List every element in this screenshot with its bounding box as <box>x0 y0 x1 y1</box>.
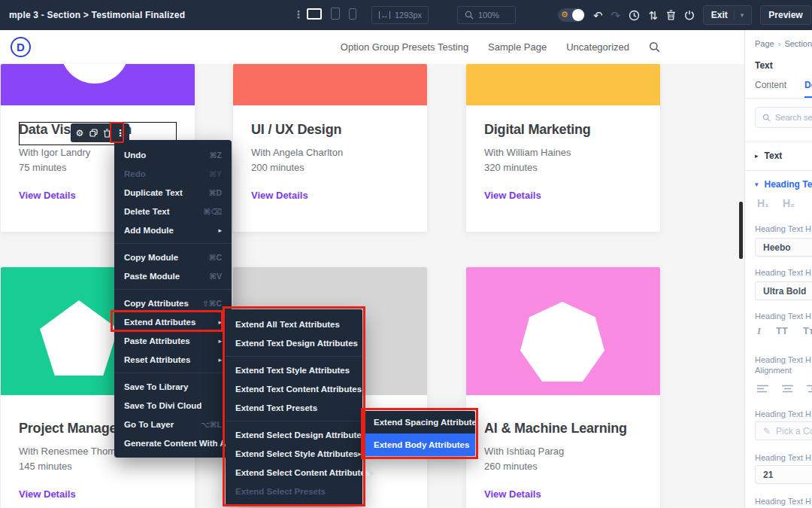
uppercase-button[interactable]: TT <box>776 325 788 337</box>
align-right-button[interactable] <box>807 382 812 396</box>
divi-logo: D <box>11 37 31 57</box>
field-label: Heading Text H <box>755 453 811 462</box>
submenu-item-extend-text-style[interactable]: Extend Text Style Attributes <box>226 360 362 379</box>
view-details-link[interactable]: View Details <box>19 488 76 500</box>
tablet-view-icon[interactable] <box>331 8 340 20</box>
settings-gear-icon: ⚙ <box>561 10 568 20</box>
submenu-arrow-icon: ▸ <box>218 318 222 326</box>
submenu-item-extend-select-style[interactable]: Extend Select Style Attributes▸ <box>226 444 362 463</box>
card-image-yellow <box>466 64 660 105</box>
view-details-link[interactable]: View Details <box>19 190 76 201</box>
breadcrumb-section[interactable]: Section <box>784 39 812 48</box>
card-duration: 320 minutes <box>484 162 642 173</box>
color-picker-input[interactable] <box>776 426 812 437</box>
text-size-field[interactable] <box>755 465 812 484</box>
menu-item-go-to-layer[interactable]: Go To Layer⌥⌘L <box>114 415 232 433</box>
course-card-ui-ux: UI / UX Design With Angela Charlton 200 … <box>233 64 427 232</box>
submenu-item-extend-text-design[interactable]: Extend Text Design Attributes <box>226 333 362 352</box>
card-title[interactable]: Digital Marketing <box>484 122 642 138</box>
section-toggle-text[interactable]: ▸ Text <box>755 151 782 161</box>
italic-button[interactable]: I <box>757 325 761 337</box>
text-color-picker[interactable]: ✎ <box>755 421 812 440</box>
module-settings-gear-icon[interactable]: ⚙ <box>73 123 86 142</box>
history-icon[interactable] <box>629 10 640 21</box>
breadcrumb-sep-icon: › <box>778 39 781 48</box>
canvas-zoom-field[interactable]: 100% <box>457 6 516 24</box>
tab-content[interactable]: Content <box>755 80 786 98</box>
card-title[interactable]: AI & Machine Learning <box>484 421 642 437</box>
menu-item-save-to-library[interactable]: Save To Library <box>114 377 232 396</box>
nav-link-option-group[interactable]: Option Group Presets Testing <box>341 41 468 53</box>
h1-tab[interactable]: H₁ <box>757 197 769 209</box>
card-image-coral <box>233 64 427 105</box>
menu-item-copy-attributes[interactable]: Copy Attributes⇧⌘C <box>114 294 232 312</box>
breadcrumb-page[interactable]: Page <box>755 39 774 48</box>
nav-link-uncategorized[interactable]: Uncategorized <box>566 41 629 53</box>
menu-item-paste-attributes[interactable]: Paste Attributes▸ <box>114 331 232 350</box>
font-weight-select[interactable]: Ultra Bold <box>755 281 812 300</box>
align-left-button[interactable] <box>757 382 768 396</box>
view-details-link[interactable]: View Details <box>251 190 308 201</box>
menu-item-reset-attributes[interactable]: Reset Attributes▸ <box>114 350 232 369</box>
menu-item-undo[interactable]: Undo⌘Z <box>114 145 232 164</box>
divider <box>745 141 812 142</box>
nav-link-sample-page[interactable]: Sample Page <box>488 41 547 53</box>
builder-settings-toggle[interactable]: ⚙ <box>558 8 585 22</box>
menu-item-add-module[interactable]: Add Module▸ <box>114 221 232 239</box>
toolbar-kebab-icon[interactable]: ⋮ <box>293 8 304 20</box>
section-toggle-heading-text[interactable]: ▾ Heading Text <box>755 179 812 190</box>
submenu-item-extend-select-design[interactable]: Extend Select Design Attributes▸ <box>226 425 362 444</box>
module-trash-icon[interactable] <box>100 123 114 142</box>
layers-sort-icon[interactable]: ⇅ <box>648 10 658 21</box>
canvas-width-field[interactable]: ↔ 1293px <box>371 6 429 24</box>
phone-view-icon[interactable] <box>349 8 356 20</box>
menu-item-duplicate-text[interactable]: Duplicate Text⌘D <box>114 183 232 202</box>
menu-item-extend-attributes[interactable]: Extend Attributes▸ <box>114 312 232 331</box>
breadcrumb: mple 3 - Section > Testimonial Finalized <box>9 10 185 20</box>
tab-design[interactable]: Design <box>804 80 812 98</box>
card-image-pink <box>466 267 660 395</box>
font-select[interactable]: Heebo <box>755 238 812 257</box>
toggle-knob <box>572 9 584 21</box>
smallcaps-button[interactable]: Tᴛ <box>803 325 812 337</box>
menu-item-delete-text[interactable]: Delete Text⌘⌫ <box>114 202 232 221</box>
menu-item-copy-module[interactable]: Copy Module⌘C <box>114 248 232 266</box>
nav-search-icon[interactable] <box>649 41 660 53</box>
menu-item-save-to-divi-cloud[interactable]: Save To Divi Cloud <box>114 396 232 415</box>
trash-icon[interactable] <box>666 10 676 20</box>
sidebar-breadcrumb: Page › Section › <box>755 39 812 48</box>
field-label: Heading Text H <box>755 409 811 418</box>
card-duration: 200 minutes <box>251 162 409 173</box>
submenu-arrow-icon: ▸ <box>370 469 374 476</box>
module-duplicate-icon[interactable] <box>86 123 100 142</box>
settings-search-input[interactable] <box>775 113 812 122</box>
submenu-item-extend-text-presets[interactable]: Extend Text Presets <box>226 398 362 417</box>
desktop-view-icon[interactable] <box>307 8 322 20</box>
align-center-button[interactable] <box>782 382 793 396</box>
undo-icon[interactable]: ↶ <box>593 10 603 21</box>
menu-divider <box>114 373 232 373</box>
submenu-item-extend-spacing[interactable]: Extend Spacing Attributes <box>364 411 475 433</box>
settings-search[interactable] <box>755 107 812 128</box>
canvas-scrollbar[interactable] <box>739 202 743 259</box>
submenu-item-extend-select-content[interactable]: Extend Select Content Attributes▸ <box>226 463 362 482</box>
card-image-purple <box>1 64 195 105</box>
view-details-link[interactable]: View Details <box>484 488 541 500</box>
card-instructor: With William Haines <box>484 147 642 158</box>
view-details-link[interactable]: View Details <box>484 190 541 201</box>
submenu-arrow-icon: ▸ <box>218 337 222 345</box>
course-card-ai-ml: AI & Machine Learning With Ishtiaq Parag… <box>466 267 660 508</box>
menu-item-paste-module[interactable]: Paste Module⌘V <box>114 266 232 285</box>
text-size-input[interactable] <box>763 470 812 480</box>
menu-divider <box>226 356 362 357</box>
menu-item-generate-content-ai[interactable]: Generate Content With AI <box>114 433 232 452</box>
submenu-item-extend-text-content[interactable]: Extend Text Content Attributes <box>226 379 362 398</box>
submenu-item-extend-body[interactable]: Extend Body Attributes <box>364 433 475 456</box>
card-title[interactable]: UI / UX Design <box>251 122 409 138</box>
submenu-item-extend-all-text[interactable]: Extend All Text Attributes <box>226 315 362 333</box>
exit-button[interactable]: Exit ▾ <box>703 5 753 25</box>
h2-tab[interactable]: H₂ <box>783 197 795 209</box>
preview-button[interactable]: Preview <box>760 5 810 25</box>
heptagon-shape <box>520 302 604 382</box>
power-icon[interactable] <box>684 10 695 20</box>
